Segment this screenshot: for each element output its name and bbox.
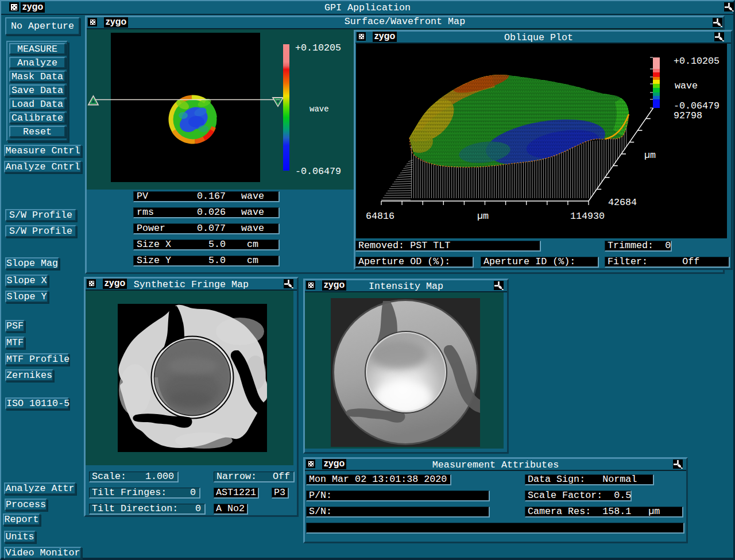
svg-text:µm: µm xyxy=(644,150,656,161)
svg-text:114930: 114930 xyxy=(570,211,605,222)
svg-text:42684: 42684 xyxy=(608,197,637,208)
svg-text:64816: 64816 xyxy=(366,211,394,222)
svg-text:µm: µm xyxy=(477,211,489,222)
